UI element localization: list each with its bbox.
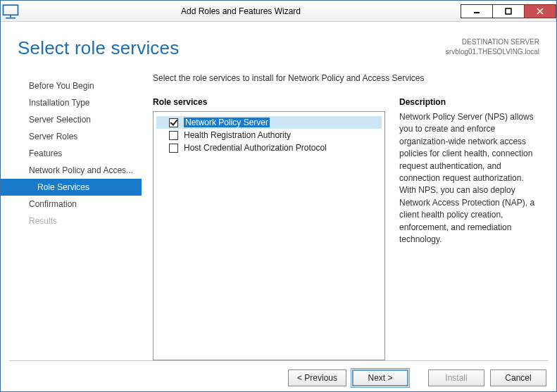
nav-item[interactable]: Server Selection bbox=[1, 111, 142, 128]
nav-item[interactable]: Before You Begin bbox=[1, 77, 142, 94]
list-item-label: Network Policy Server bbox=[184, 118, 270, 127]
destination-value: srvblog01.THESOLVING.local bbox=[446, 47, 539, 57]
list-item-label: Host Credential Authorization Protocol bbox=[184, 143, 327, 153]
nav-item[interactable]: Server Roles bbox=[1, 128, 142, 145]
close-button[interactable] bbox=[524, 4, 556, 18]
wizard-nav: Before You BeginInstallation TypeServer … bbox=[1, 70, 142, 360]
role-services-list[interactable]: Network Policy ServerHealth Registration… bbox=[153, 111, 385, 360]
checkbox-icon[interactable] bbox=[169, 131, 178, 140]
destination-server: DESTINATION SERVER srvblog01.THESOLVING.… bbox=[446, 37, 539, 57]
list-item[interactable]: Health Registration Authority bbox=[156, 129, 382, 141]
instruction-text: Select the role services to install for … bbox=[153, 73, 542, 83]
nav-item[interactable]: Features bbox=[1, 145, 142, 162]
nav-item[interactable]: Network Policy and Acces... bbox=[1, 162, 142, 179]
previous-button[interactable]: < Previous bbox=[288, 369, 346, 386]
header: Select role services DESTINATION SERVER … bbox=[1, 22, 556, 65]
svg-rect-1 bbox=[6, 17, 15, 18]
page-title: Select role services bbox=[18, 37, 179, 59]
checkbox-icon[interactable] bbox=[169, 144, 178, 153]
minimize-button[interactable] bbox=[461, 4, 493, 18]
footer: < Previous Next > Install Cancel bbox=[1, 361, 556, 392]
svg-rect-0 bbox=[4, 5, 18, 15]
maximize-button[interactable] bbox=[492, 4, 525, 18]
list-item[interactable]: Host Credential Authorization Protocol bbox=[156, 141, 382, 154]
nav-item[interactable]: Role Services bbox=[1, 179, 142, 196]
window-title: Add Roles and Features Wizard bbox=[20, 6, 461, 16]
checkbox-icon[interactable] bbox=[169, 118, 178, 127]
list-item[interactable]: Network Policy Server bbox=[156, 116, 382, 129]
server-manager-icon bbox=[1, 1, 20, 21]
cancel-button[interactable]: Cancel bbox=[490, 369, 546, 386]
install-button[interactable]: Install bbox=[428, 369, 484, 386]
nav-item[interactable]: Confirmation bbox=[1, 196, 142, 213]
destination-label: DESTINATION SERVER bbox=[446, 37, 539, 47]
list-item-label: Health Registration Authority bbox=[184, 130, 291, 140]
description-text: Network Policy Server (NPS) allows you t… bbox=[399, 111, 542, 246]
title-bar: Add Roles and Features Wizard bbox=[1, 1, 556, 22]
role-services-header: Role services bbox=[153, 97, 385, 107]
nav-item: Results bbox=[1, 213, 142, 229]
svg-rect-4 bbox=[506, 8, 511, 14]
description-header: Description bbox=[399, 97, 542, 107]
nav-item[interactable]: Installation Type bbox=[1, 94, 142, 111]
next-button[interactable]: Next > bbox=[352, 369, 408, 386]
